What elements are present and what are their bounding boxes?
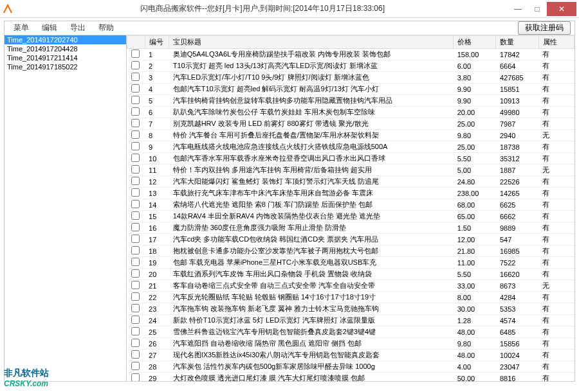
cell-title: 汽车拖车钩 改装拖车钩 新老飞度 翼神 雅力士铃木宝马竞驰拖车钩	[169, 303, 454, 315]
maximize-button[interactable]: □	[528, 2, 547, 16]
table-row[interactable]: 21客车自动卷缩三点式安全带 自动三点式安全带 汽车全自动安全带33.00867…	[127, 280, 574, 292]
cell-number: 8	[145, 130, 169, 141]
cell-number: 11	[145, 165, 169, 176]
table-row[interactable]: 26汽车遮阳挡 自动卷缩收缩 隔热帘 黑色圆点 遮阳帘 侧挡 包邮9.80158…	[127, 338, 574, 350]
cell-qty: 15851	[496, 84, 538, 95]
table-row[interactable]: 6趴趴兔汽车除味竹炭包公仔 车载竹炭娃娃 车用木炭包制车空除味20.004998…	[127, 107, 574, 118]
table-row[interactable]: 4包邮汽车T10示宽灯 超亮led 解码示宽灯 耐高温9灯/13灯 汽车小灯9.…	[127, 84, 574, 95]
table-row[interactable]: 1514款RAV4 丰田全新RAV4 内饰改装隔热垫仪表台垫 避光垫 遮光垫65…	[127, 211, 574, 222]
row-checkbox[interactable]	[131, 235, 140, 243]
table-row[interactable]: 8特价 汽车餐台 车用可折叠后座托盘餐盘/置物架/车用水杯架饮料架9.80294…	[127, 130, 574, 141]
row-checkbox[interactable]	[131, 177, 140, 185]
register-button[interactable]: 获取注册码	[518, 21, 571, 35]
menu-export[interactable]: 导出	[64, 22, 92, 33]
cell-attr: 有	[538, 176, 574, 188]
menu-help[interactable]: 帮助	[92, 22, 120, 33]
row-checkbox[interactable]	[131, 281, 140, 289]
row-checkbox[interactable]	[131, 84, 140, 93]
table-row[interactable]: 17汽车cd夹 多功能车载CD包收纳袋 韩国红酒CD夹 票据夹 汽车用品12.0…	[127, 234, 574, 245]
row-checkbox[interactable]	[131, 316, 140, 324]
row-checkbox[interactable]	[131, 142, 140, 150]
table-row[interactable]: 16魔力防滑垫 360度任意角度强力吸附 车用止滑垫 防滑垫1.509889有	[127, 222, 574, 234]
cell-number: 3	[145, 72, 169, 84]
table-row[interactable]: 10包邮汽车香水车用车载香水座米奇拉登香空调出风口香水出风口香球5.503531…	[127, 153, 574, 165]
cell-price: 11.00	[454, 257, 496, 269]
row-checkbox[interactable]	[131, 61, 140, 69]
cell-qty: 16620	[496, 269, 538, 280]
table-row[interactable]: 5汽车挂钩椅背挂钩创意旋转车载挂钩多功能车用隐藏置物挂钩汽车用品9.901091…	[127, 95, 574, 107]
row-checkbox[interactable]	[131, 350, 140, 359]
menu-main[interactable]: 菜单	[7, 22, 35, 33]
row-checkbox[interactable]	[131, 130, 140, 139]
table-row[interactable]: 13车载旅行充气床车津布车中床汽车床垫车用床自驾游必备 车震床238.00142…	[127, 188, 574, 199]
row-checkbox[interactable]	[131, 49, 140, 58]
row-checkbox[interactable]	[131, 211, 140, 220]
row-checkbox[interactable]	[131, 258, 140, 266]
cell-title: 包邮汽车T10示宽灯 超亮led 解码示宽灯 耐高温9灯/13灯 汽车小灯	[169, 84, 454, 95]
minimize-button[interactable]: —	[508, 2, 528, 16]
table-row[interactable]: 7别克凯越HRV 改装专用 LED 前雾灯 880雾灯 带透镜 聚光/散光25.…	[127, 118, 574, 130]
cell-qty: 547	[496, 234, 538, 245]
row-checkbox[interactable]	[131, 119, 140, 127]
cell-qty: 7522	[496, 257, 538, 269]
table-row[interactable]: 23汽车拖车钩 改装拖车钩 新老飞度 翼神 雅力士铃木宝马竞驰拖车钩30.005…	[127, 303, 574, 315]
col-qty[interactable]: 数量	[496, 36, 538, 49]
table-row[interactable]: 3汽车LED示宽灯/车小灯/T10 9头/9灯 牌照灯/阅读灯 新增冰蓝色3.8…	[127, 72, 574, 84]
table-row[interactable]: 12汽车大阳能爆闪灯 鲨鱼鳍灯 装饰灯 车顶灯警示灯汽车天线 防追尾24.802…	[127, 176, 574, 188]
sidebar-item[interactable]: Time_2014917204428	[5, 44, 126, 53]
row-checkbox[interactable]	[131, 373, 140, 381]
table-row[interactable]: 14索纳塔八代遮光垫 遮阳垫 索8 门板 车门防踢垫 后面保护垫 包邮68.00…	[127, 199, 574, 211]
row-checkbox[interactable]	[131, 96, 140, 104]
cell-price: 25.00	[454, 141, 496, 153]
table-row[interactable]: 22汽车反光轮圈贴纸 车轮贴 轮毂贴 钢圈贴 14寸16寸17寸18寸19寸8.…	[127, 292, 574, 303]
cell-number: 9	[145, 141, 169, 153]
cell-qty: 23047	[496, 361, 538, 373]
cell-number: 20	[145, 269, 169, 280]
table-row[interactable]: 20车载红酒系列汽车皮饰 车用出风口杂物袋 手机袋 置物袋 收纳袋5.50166…	[127, 269, 574, 280]
row-checkbox[interactable]	[131, 327, 140, 335]
table-row[interactable]: 28汽车炭包 活性竹炭车内碳包500g新车家居除味甲醛去异味 1000g4.00…	[127, 361, 574, 373]
table-row[interactable]: 25雪佛兰科鲁兹迈锐宝汽车专用钥匙包智能折叠真皮匙套2键3键4键48.00648…	[127, 326, 574, 338]
row-checkbox[interactable]	[131, 188, 140, 197]
table-row[interactable]: 24新款 特价T10示宽灯冰蓝 5灯 LED示宽灯 汽车牌照灯 冰蓝限量版1.2…	[127, 315, 574, 326]
table-row[interactable]: 19包邮 车载充电器 苹果iPhone三星HTC小米车载充电器双USB车充11.…	[127, 257, 574, 269]
cell-qty: 18738	[496, 141, 538, 153]
menu-edit[interactable]: 编辑	[35, 22, 64, 33]
table-row[interactable]: 9汽车电瓶线搭火线电池应急连接线点火线打火搭铁线应急电源线500A25.0018…	[127, 141, 574, 153]
row-checkbox[interactable]	[131, 246, 140, 254]
row-checkbox[interactable]	[131, 154, 140, 162]
col-number[interactable]: 编号	[145, 36, 169, 49]
sidebar-item[interactable]: Time_2014917211414	[5, 53, 126, 62]
row-checkbox[interactable]	[131, 165, 140, 174]
row-checkbox[interactable]	[131, 292, 140, 301]
col-price[interactable]: 价格	[454, 36, 496, 49]
cell-title: 雪佛兰科鲁兹迈锐宝汽车专用钥匙包智能折叠真皮匙套2键3键4键	[169, 326, 454, 338]
row-checkbox[interactable]	[131, 73, 140, 81]
row-checkbox[interactable]	[131, 223, 140, 231]
cell-qty: 8816	[496, 373, 538, 382]
row-checkbox[interactable]	[131, 200, 140, 208]
app-icon	[3, 4, 13, 14]
table-row[interactable]: 1奥迪Q5A4LQ3A6L专用座椅防踢垫扶手箱改装 内饰专用改装 装饰包邮158…	[127, 49, 574, 60]
table-row[interactable]: 18抱枕被创意卡通多功能办公室沙发靠垫汽车被子两用抱枕大号包邮21.801698…	[127, 245, 574, 257]
sidebar-item[interactable]: Time_2014917185022	[5, 62, 126, 71]
row-checkbox[interactable]	[131, 304, 140, 312]
cell-attr: 无	[538, 165, 574, 176]
row-checkbox[interactable]	[131, 107, 140, 116]
cell-number: 16	[145, 222, 169, 234]
close-button[interactable]: ✕	[547, 2, 576, 16]
row-checkbox[interactable]	[131, 269, 140, 278]
table-row[interactable]: 11特价！车内双挂钩 多用途汽车挂钩 车用椅背/后备箱挂钩 超实用5.00188…	[127, 165, 574, 176]
cell-title: 车载红酒系列汽车皮饰 车用出风口杂物袋 手机袋 置物袋 收纳袋	[169, 269, 454, 280]
cell-qty: 427685	[496, 72, 538, 84]
cell-title: 别克凯越HRV 改装专用 LED 前雾灯 880雾灯 带透镜 聚光/散光	[169, 118, 454, 130]
cell-qty: 35312	[496, 153, 538, 165]
table-row[interactable]: 2T10示宽灯 超亮 led 13头/13灯高亮汽车LED示宽/阅读灯 新增冰蓝…	[127, 60, 574, 72]
row-checkbox[interactable]	[131, 362, 140, 370]
row-checkbox[interactable]	[131, 339, 140, 347]
table-row[interactable]: 29大灯改色喷膜 透光进口尾灯漆 膜 汽车大灯尾灯喷漆喷膜 包邮50.00881…	[127, 373, 574, 382]
col-title[interactable]: 宝贝标题	[169, 36, 454, 49]
sidebar-item[interactable]: Time_2014917202740	[5, 35, 126, 44]
col-attr[interactable]: 属性	[538, 36, 574, 49]
table-row[interactable]: 27现代名图IX35新胜达ix45i30索八朗动汽车专用钥匙包智能真皮匙套48.…	[127, 350, 574, 361]
